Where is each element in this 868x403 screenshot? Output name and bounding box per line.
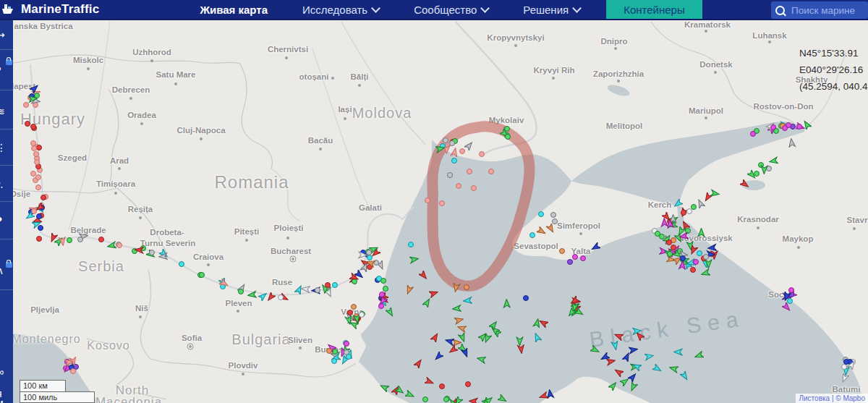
ship-marker[interactable] xyxy=(378,296,388,305)
ship-marker[interactable] xyxy=(422,396,428,402)
ship-marker[interactable] xyxy=(489,321,498,330)
ship-marker[interactable] xyxy=(673,199,683,208)
ship-marker[interactable] xyxy=(697,228,706,237)
sidebar-tool-icon[interactable]: м xyxy=(0,397,4,403)
ship-marker[interactable] xyxy=(629,345,638,355)
ship-marker[interactable] xyxy=(31,145,37,151)
ship-marker[interactable] xyxy=(464,141,474,150)
ship-marker[interactable] xyxy=(546,224,556,233)
sidebar-tool-icon[interactable]: ∴ xyxy=(0,179,3,191)
ship-marker[interactable] xyxy=(451,283,461,292)
ship-marker[interactable] xyxy=(754,171,760,177)
ship-marker[interactable] xyxy=(696,199,705,208)
ship-marker[interactable] xyxy=(769,156,778,166)
ship-marker[interactable] xyxy=(704,259,713,268)
ship-marker[interactable] xyxy=(694,351,704,360)
ship-marker[interactable] xyxy=(409,255,419,264)
ship-marker[interactable] xyxy=(425,377,434,386)
ship-marker[interactable] xyxy=(644,352,654,361)
ship-marker[interactable] xyxy=(539,391,548,401)
ship-marker[interactable] xyxy=(35,174,41,180)
ship-marker[interactable] xyxy=(572,254,578,260)
search-box[interactable] xyxy=(771,1,868,19)
nav-item-community[interactable]: Сообщество xyxy=(396,0,506,19)
ship-marker[interactable] xyxy=(516,344,526,354)
ship-marker[interactable] xyxy=(451,158,457,164)
ship-marker[interactable] xyxy=(77,237,83,242)
ship-marker[interactable] xyxy=(448,345,458,355)
ship-marker[interactable] xyxy=(408,242,414,247)
ship-marker[interactable] xyxy=(505,134,511,140)
ship-marker[interactable] xyxy=(448,399,458,403)
ship-marker[interactable] xyxy=(678,260,687,270)
ship-marker[interactable] xyxy=(158,252,168,261)
ship-marker[interactable] xyxy=(610,341,620,350)
ship-marker[interactable] xyxy=(529,232,535,238)
ship-marker[interactable] xyxy=(326,348,332,354)
ship-marker[interactable] xyxy=(686,208,692,214)
ship-marker[interactable] xyxy=(567,259,573,265)
ship-marker[interactable] xyxy=(48,233,58,242)
ship-marker[interactable] xyxy=(28,94,38,103)
ship-marker[interactable] xyxy=(676,226,686,236)
ship-marker[interactable] xyxy=(782,292,791,301)
ship-marker[interactable] xyxy=(469,396,478,403)
ship-marker[interactable] xyxy=(422,298,432,307)
ship-marker[interactable] xyxy=(351,304,357,310)
ship-marker[interactable] xyxy=(608,381,618,391)
ship-marker[interactable] xyxy=(567,307,576,317)
live-map[interactable]: Black Sea HungaryRomaniaSerbiaMoldovaBul… xyxy=(0,20,868,403)
ship-marker[interactable] xyxy=(559,248,565,254)
ship-marker[interactable] xyxy=(680,255,686,261)
ship-marker[interactable] xyxy=(70,368,76,374)
ship-marker[interactable] xyxy=(301,284,310,294)
ship-marker[interactable] xyxy=(452,304,461,313)
ship-marker[interactable] xyxy=(628,373,637,382)
nav-item-solutions[interactable]: Решения xyxy=(506,0,597,19)
map-attribution[interactable]: Листовка | © Mapbo xyxy=(796,394,868,403)
ship-marker[interactable] xyxy=(782,125,788,131)
ship-marker[interactable] xyxy=(523,295,529,301)
ship-marker[interactable] xyxy=(349,273,359,282)
ship-marker[interactable] xyxy=(693,259,699,265)
ship-marker[interactable] xyxy=(404,285,414,294)
ship-marker[interactable] xyxy=(458,333,467,342)
ship-marker[interactable] xyxy=(710,189,720,198)
ship-marker[interactable] xyxy=(25,121,30,127)
ship-marker[interactable] xyxy=(199,272,205,278)
ship-marker[interactable] xyxy=(465,381,471,387)
ship-marker[interactable] xyxy=(796,124,802,130)
ship-marker[interactable] xyxy=(488,169,494,174)
ship-marker[interactable] xyxy=(414,359,423,368)
ship-marker[interactable] xyxy=(750,131,756,137)
ship-marker[interactable] xyxy=(32,219,41,229)
ship-marker[interactable] xyxy=(590,345,600,355)
ship-marker[interactable] xyxy=(457,323,467,333)
ship-marker[interactable] xyxy=(58,237,67,246)
ship-marker[interactable] xyxy=(450,148,459,157)
ship-marker[interactable] xyxy=(429,289,438,298)
ship-marker[interactable] xyxy=(386,307,395,317)
ship-marker[interactable] xyxy=(532,333,542,342)
ship-marker[interactable] xyxy=(41,195,46,200)
ship-marker[interactable] xyxy=(430,333,440,342)
ship-marker[interactable] xyxy=(671,245,676,250)
ship-marker[interactable] xyxy=(550,212,556,218)
ship-marker[interactable] xyxy=(149,250,155,255)
ship-marker[interactable] xyxy=(419,271,428,280)
ship-marker[interactable] xyxy=(591,242,600,252)
ship-marker[interactable] xyxy=(107,241,116,250)
ship-marker[interactable] xyxy=(478,332,488,342)
ship-marker[interactable] xyxy=(479,151,485,157)
ship-marker[interactable] xyxy=(840,373,849,383)
ship-marker[interactable] xyxy=(346,354,352,360)
ship-marker[interactable] xyxy=(219,279,229,288)
ship-marker[interactable] xyxy=(35,203,45,212)
nav-item-live-map[interactable]: Живая карта xyxy=(182,0,285,19)
ship-marker[interactable] xyxy=(680,371,689,381)
ship-marker[interactable] xyxy=(690,267,696,273)
ship-marker[interactable] xyxy=(439,200,445,206)
ship-marker[interactable] xyxy=(116,242,122,248)
ship-marker[interactable] xyxy=(515,336,524,346)
ship-marker[interactable] xyxy=(425,198,430,203)
